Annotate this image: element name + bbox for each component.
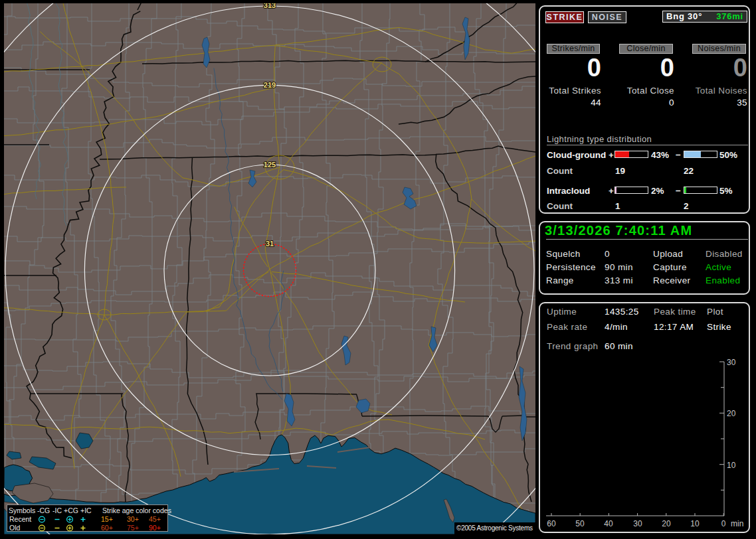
svg-text:Old: Old: [9, 524, 21, 532]
svg-text:219: 219: [264, 81, 276, 89]
svg-text:60+: 60+: [101, 524, 113, 532]
svg-text:Symbols: Symbols: [9, 506, 35, 514]
svg-text:30+: 30+: [127, 515, 139, 523]
svg-text:90+: 90+: [149, 524, 161, 532]
svg-text:Strike age color codes: Strike age color codes: [102, 506, 171, 514]
svg-text:©2005 Astrogenic Systems: ©2005 Astrogenic Systems: [456, 524, 533, 532]
svg-text:125: 125: [264, 161, 276, 169]
svg-text:+CG: +CG: [64, 506, 78, 514]
svg-text:75+: 75+: [127, 524, 139, 532]
svg-text:-CG: -CG: [37, 506, 50, 514]
svg-text:-IC: -IC: [52, 506, 62, 514]
svg-text:+IC: +IC: [80, 506, 92, 514]
svg-text:45+: 45+: [149, 515, 161, 523]
svg-text:15+: 15+: [101, 515, 113, 523]
svg-text:31: 31: [266, 240, 274, 248]
svg-text:313: 313: [264, 1, 276, 9]
svg-text:Recent: Recent: [9, 515, 31, 523]
